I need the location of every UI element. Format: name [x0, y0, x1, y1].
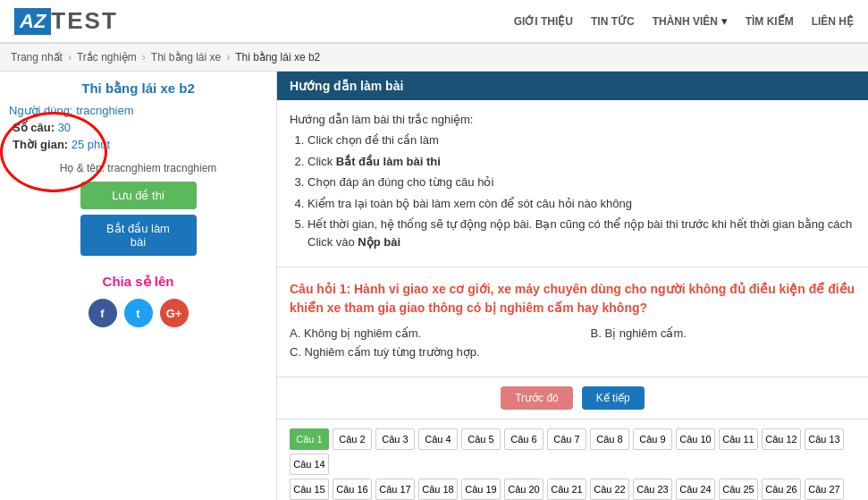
q-btn-7[interactable]: Câu 7 — [547, 428, 586, 450]
q-btn-21[interactable]: Câu 21 — [547, 479, 586, 500]
thoi-gian-info: Thời gian: 25 phút — [13, 138, 267, 151]
btn-luu-de-thi[interactable]: Lưu đề thi — [80, 182, 197, 209]
q-btn-25[interactable]: Câu 25 — [719, 479, 758, 500]
instruction-step-5: Hết thời gian, hệ thống sẽ tự động nộp b… — [308, 216, 855, 250]
breadcrumb-sep-2: › — [226, 51, 230, 64]
q-btn-1[interactable]: Câu 1 — [290, 428, 329, 450]
q-btn-17[interactable]: Câu 17 — [375, 479, 415, 500]
main-layout: Thi bằng lái xe b2 Người dùng: tracnghie… — [0, 72, 868, 500]
nav-gioi-thieu[interactable]: GIỚI THIỆU — [514, 15, 573, 28]
nav-tin-tuc[interactable]: TIN TỨC — [591, 15, 635, 28]
q-btn-9[interactable]: Câu 9 — [633, 428, 672, 450]
question-title: Câu hỏi 1: Hành vi giao xe cơ giới, xe m… — [290, 280, 855, 318]
nav-lien-he[interactable]: LIÊN HỆ — [812, 15, 854, 28]
answer-row-2: C. Nghiêm cấm tuỳ từng trường hợp. — [290, 345, 855, 359]
q-btn-8[interactable]: Câu 8 — [590, 428, 629, 450]
question-section: Câu hỏi 1: Hành vi giao xe cơ giới, xe m… — [277, 267, 868, 377]
sidebar-title: Thi bằng lái xe b2 — [9, 81, 267, 97]
q-btn-12[interactable]: Câu 12 — [762, 428, 801, 450]
question-grid-row-1: Câu 1Câu 2Câu 3Câu 4Câu 5Câu 6Câu 7Câu 8… — [290, 428, 855, 475]
breadcrumb-sep-1: › — [142, 51, 146, 64]
question-grid-row-2: Câu 15Câu 16Câu 17Câu 18Câu 19Câu 20Câu … — [290, 479, 855, 500]
instruction-step-1: Click chọn đề thi cần làm — [308, 131, 855, 149]
btn-next[interactable]: Kế tiếp — [582, 386, 645, 410]
q-btn-4[interactable]: Câu 4 — [418, 428, 458, 450]
bold-bat-dau: Bắt đầu làm bài thi — [336, 155, 441, 168]
q-btn-20[interactable]: Câu 20 — [504, 479, 544, 500]
q-btn-10[interactable]: Câu 10 — [676, 428, 715, 450]
q-btn-5[interactable]: Câu 5 — [461, 428, 501, 450]
answer-row-1: A. Không bị nghiêm cấm. B. Bị nghiêm cấm… — [290, 326, 855, 340]
q-btn-22[interactable]: Câu 22 — [590, 479, 629, 500]
answers: A. Không bị nghiêm cấm. B. Bị nghiêm cấm… — [290, 326, 855, 359]
logo-test: TEST — [51, 7, 117, 35]
q-btn-23[interactable]: Câu 23 — [633, 479, 672, 500]
breadcrumb-item-0[interactable]: Trang nhất — [11, 51, 63, 64]
answer-c[interactable]: C. Nghiêm cấm tuỳ từng trường hợp. — [290, 345, 855, 359]
instructions-intro: Hướng dẫn làm bài thi trắc nghiệm: — [290, 113, 855, 126]
instruction-step-4: Kiểm tra lại toàn bộ bài làm xem còn để … — [308, 195, 855, 213]
breadcrumb-item-1[interactable]: Trắc nghiệm — [77, 51, 137, 64]
q-btn-19[interactable]: Câu 19 — [461, 479, 501, 500]
instructions-body: Hướng dẫn làm bài thi trắc nghiệm: Click… — [277, 100, 868, 267]
btn-prev[interactable]: Trước đó — [501, 386, 573, 410]
q-btn-11[interactable]: Câu 11 — [719, 428, 758, 450]
info-block: Số câu: 30 Thời gian: 25 phút — [9, 121, 267, 151]
sidebar: Thi bằng lái xe b2 Người dùng: tracnghie… — [0, 72, 277, 500]
q-btn-2[interactable]: Câu 2 — [333, 428, 372, 450]
sidebar-ho-ten: Họ & tên: tracnghiem tracnghiem — [9, 162, 267, 174]
share-icons: f t G+ — [9, 299, 267, 327]
share-twitter-icon[interactable]: t — [124, 299, 153, 327]
q-btn-18[interactable]: Câu 18 — [418, 479, 458, 500]
q-btn-27[interactable]: Câu 27 — [805, 479, 844, 500]
btn-bat-dau-lam-bai[interactable]: Bắt đầu làm bài — [80, 215, 197, 256]
logo: AZ TEST — [14, 7, 118, 35]
nav-thanh-vien[interactable]: THÀNH VIÊN ▾ — [653, 14, 728, 28]
share-google-icon[interactable]: G+ — [160, 299, 189, 327]
q-btn-6[interactable]: Câu 6 — [504, 428, 544, 450]
q-btn-26[interactable]: Câu 26 — [762, 479, 801, 500]
nav-tim-kiem[interactable]: TÌM KIẾM — [746, 15, 794, 28]
breadcrumb-item-3: Thi bằng lái xe b2 — [235, 51, 320, 64]
q-btn-14[interactable]: Câu 14 — [290, 453, 329, 475]
q-btn-13[interactable]: Câu 13 — [805, 428, 844, 450]
breadcrumb-sep-0: › — [68, 51, 72, 64]
instruction-step-3: Chọn đáp án đúng cho từng câu hỏi — [308, 174, 855, 191]
question-grid: Câu 1Câu 2Câu 3Câu 4Câu 5Câu 6Câu 7Câu 8… — [277, 419, 868, 500]
instructions-header: Hướng dẫn làm bài — [277, 72, 868, 100]
share-title: Chia sẻ lên — [9, 274, 267, 290]
answer-b[interactable]: B. Bị nghiêm cấm. — [591, 326, 856, 340]
instructions-list: Click chọn đề thi cần làm Click Bắt đầu … — [290, 131, 855, 250]
content: Hướng dẫn làm bài Hướng dẫn làm bài thi … — [277, 72, 868, 500]
so-cau-info: Số câu: 30 — [13, 121, 267, 134]
q-btn-3[interactable]: Câu 3 — [375, 428, 415, 450]
share-facebook-icon[interactable]: f — [88, 299, 117, 327]
logo-az: AZ — [14, 8, 51, 35]
sidebar-user: Người dùng: tracnghiem — [9, 104, 267, 117]
answer-a[interactable]: A. Không bị nghiêm cấm. — [290, 326, 555, 340]
q-btn-15[interactable]: Câu 15 — [290, 479, 329, 500]
question-nav-buttons: Trước đó Kế tiếp — [277, 377, 868, 419]
breadcrumb: Trang nhất › Trắc nghiệm › Thi bằng lái … — [0, 44, 868, 72]
instructions-section: Hướng dẫn làm bài Hướng dẫn làm bài thi … — [277, 72, 868, 267]
header: AZ TEST GIỚI THIỆU TIN TỨC THÀNH VIÊN ▾ … — [0, 0, 868, 44]
instruction-step-2: Click Bắt đầu làm bài thi — [308, 153, 855, 171]
q-btn-24[interactable]: Câu 24 — [676, 479, 715, 500]
q-btn-16[interactable]: Câu 16 — [333, 479, 372, 500]
bold-nop-bai: Nộp bài — [358, 235, 400, 249]
breadcrumb-item-2[interactable]: Thi bằng lái xe — [151, 51, 221, 64]
top-nav: GIỚI THIỆU TIN TỨC THÀNH VIÊN ▾ TÌM KIẾM… — [514, 14, 854, 28]
